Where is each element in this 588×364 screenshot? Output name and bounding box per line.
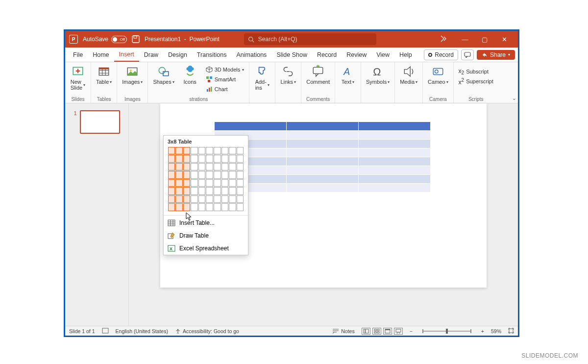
grid-cell[interactable] xyxy=(168,187,175,195)
grid-cell[interactable] xyxy=(191,163,198,171)
grid-cell[interactable] xyxy=(198,155,206,163)
grid-cell[interactable] xyxy=(183,155,191,163)
new-slide-button[interactable]: New Slide▾ xyxy=(68,64,88,92)
tab-animations[interactable]: Animations xyxy=(232,49,272,61)
grid-cell[interactable] xyxy=(229,195,236,203)
grid-cell[interactable] xyxy=(221,155,229,163)
grid-cell[interactable] xyxy=(183,171,191,179)
grid-cell[interactable] xyxy=(214,187,221,195)
grid-cell[interactable] xyxy=(183,179,191,187)
zoom-out-button[interactable]: − xyxy=(410,328,413,334)
grid-cell[interactable] xyxy=(183,163,191,171)
grid-cell[interactable] xyxy=(168,155,175,163)
grid-cell[interactable] xyxy=(237,155,244,163)
draw-table-menuitem[interactable]: Draw Table xyxy=(164,229,248,242)
symbols-button[interactable]: Ω Symbols▾ xyxy=(364,64,392,86)
grid-cell[interactable] xyxy=(198,147,206,155)
grid-cell[interactable] xyxy=(221,163,229,171)
smartart-button[interactable]: SmartArt xyxy=(204,75,246,84)
grid-cell[interactable] xyxy=(237,195,244,203)
tab-insert[interactable]: Insert xyxy=(114,48,139,62)
grid-cell[interactable] xyxy=(198,171,206,179)
grid-cell[interactable] xyxy=(221,147,229,155)
spellcheck-icon[interactable] xyxy=(102,328,109,335)
grid-cell[interactable] xyxy=(191,147,198,155)
chart-button[interactable]: Chart xyxy=(204,85,246,94)
links-button[interactable]: Links▾ xyxy=(278,64,298,86)
tab-transitions[interactable]: Transitions xyxy=(192,49,232,61)
autosave-toggle[interactable]: AutoSave Off xyxy=(83,36,127,43)
grid-cell[interactable] xyxy=(175,203,183,211)
grid-cell[interactable] xyxy=(198,203,206,211)
grid-cell[interactable] xyxy=(191,195,198,203)
grid-cell[interactable] xyxy=(221,195,229,203)
search-input[interactable]: Search (Alt+Q) xyxy=(244,33,376,45)
grid-cell[interactable] xyxy=(168,203,175,211)
text-button[interactable]: A Text▾ xyxy=(338,64,358,86)
grid-cell[interactable] xyxy=(191,179,198,187)
tab-review[interactable]: Review xyxy=(342,49,371,61)
save-icon[interactable] xyxy=(132,35,140,43)
zoom-in-button[interactable]: + xyxy=(481,328,484,334)
mic-icon[interactable] xyxy=(436,35,450,44)
tab-record[interactable]: Record xyxy=(312,49,342,61)
close-button[interactable]: ✕ xyxy=(494,32,514,46)
tab-design[interactable]: Design xyxy=(163,49,192,61)
images-button[interactable]: Images▾ xyxy=(120,64,145,86)
tab-help[interactable]: Help xyxy=(394,49,417,61)
grid-cell[interactable] xyxy=(237,163,244,171)
comment-button[interactable]: Comment xyxy=(304,64,332,86)
grid-cell[interactable] xyxy=(198,187,206,195)
grid-cell[interactable] xyxy=(221,171,229,179)
share-button[interactable]: Share ▾ xyxy=(477,50,515,60)
grid-cell[interactable] xyxy=(206,195,213,203)
grid-cell[interactable] xyxy=(206,147,213,155)
comments-pane-button[interactable] xyxy=(461,49,474,60)
grid-cell[interactable] xyxy=(191,171,198,179)
grid-cell[interactable] xyxy=(206,179,213,187)
grid-cell[interactable] xyxy=(229,155,236,163)
grid-cell[interactable] xyxy=(175,171,183,179)
grid-cell[interactable] xyxy=(198,163,206,171)
grid-cell[interactable] xyxy=(237,147,244,155)
reading-view-button[interactable] xyxy=(383,328,392,335)
minimize-button[interactable]: — xyxy=(455,32,475,46)
grid-cell[interactable] xyxy=(183,203,191,211)
grid-cell[interactable] xyxy=(168,195,175,203)
thumbnail-1[interactable]: 1 xyxy=(74,110,120,134)
grid-cell[interactable] xyxy=(168,147,175,155)
cameo-button[interactable]: Cameo▾ xyxy=(426,64,450,86)
superscript-button[interactable]: x2Superscript xyxy=(457,77,495,86)
grid-cell[interactable] xyxy=(175,179,183,187)
zoom-slider[interactable] xyxy=(422,331,471,332)
grid-cell[interactable] xyxy=(175,163,183,171)
grid-cell[interactable] xyxy=(214,195,221,203)
grid-cell[interactable] xyxy=(221,203,229,211)
grid-cell[interactable] xyxy=(168,163,175,171)
grid-cell[interactable] xyxy=(221,179,229,187)
grid-cell[interactable] xyxy=(198,195,206,203)
grid-cell[interactable] xyxy=(191,203,198,211)
fit-to-window-button[interactable] xyxy=(508,328,514,335)
grid-cell[interactable] xyxy=(214,155,221,163)
language-indicator[interactable]: English (United States) xyxy=(116,328,168,334)
grid-cell[interactable] xyxy=(168,179,175,187)
tab-draw[interactable]: Draw xyxy=(139,49,163,61)
grid-cell[interactable] xyxy=(229,179,236,187)
grid-cell[interactable] xyxy=(237,203,244,211)
grid-cell[interactable] xyxy=(237,179,244,187)
tab-file[interactable]: File xyxy=(68,49,88,61)
grid-cell[interactable] xyxy=(175,147,183,155)
tab-view[interactable]: View xyxy=(371,49,394,61)
grid-cell[interactable] xyxy=(221,187,229,195)
collapse-ribbon-button[interactable]: ⌄ xyxy=(512,96,516,101)
grid-cell[interactable] xyxy=(229,163,236,171)
normal-view-button[interactable] xyxy=(362,328,370,335)
grid-cell[interactable] xyxy=(191,155,198,163)
insert-table-menuitem[interactable]: Insert Table... xyxy=(164,217,248,229)
grid-cell[interactable] xyxy=(237,171,244,179)
maximize-button[interactable]: ▢ xyxy=(475,32,494,46)
tab-slideshow[interactable]: Slide Show xyxy=(271,49,312,61)
grid-cell[interactable] xyxy=(229,203,236,211)
subscript-button[interactable]: x2Subscript xyxy=(457,67,495,76)
